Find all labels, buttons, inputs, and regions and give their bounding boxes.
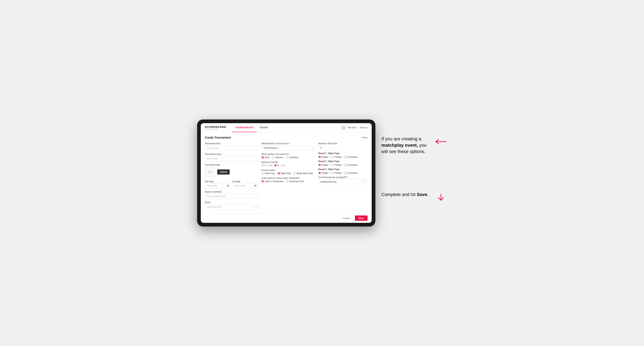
division-select-wrap: NCAA Division I NCAA Division II NCAA Di… — [262, 146, 315, 151]
individuals-only-radio[interactable] — [286, 180, 288, 182]
bottom-bar: Cancel Save — [201, 213, 372, 223]
save-button[interactable]: Save — [355, 215, 368, 221]
avatar — [341, 125, 346, 130]
round1-singles[interactable]: Singles — [318, 156, 328, 158]
round3-foursomes-radio[interactable] — [344, 172, 346, 174]
sponsor-label: Sponsor (optional) — [205, 191, 258, 193]
rounds-group: Number of rounds 1 2 — [262, 161, 315, 167]
main-content: Create Tournament ← Back Tournament Host… — [201, 132, 372, 213]
round1-match-type: Round 1 - Match Type Singles Fourball — [318, 152, 368, 158]
user-name: Test User — [348, 127, 356, 129]
medal-match-play-radio[interactable] — [294, 172, 296, 174]
upload-button[interactable]: Upload — [217, 170, 230, 174]
teams-individuals[interactable]: Teams (+Individuals) — [262, 180, 284, 182]
tournament-host-input[interactable] — [205, 146, 258, 151]
round2-label: Round 2 - Match Type — [318, 160, 368, 163]
round1-fourball-radio[interactable] — [331, 156, 333, 158]
gender-mens[interactable]: Mens — [262, 156, 270, 159]
tablet-frame: SCOREBOARD Powered by clippit TOURNAMENT… — [197, 120, 376, 226]
rounds-radio-group: 1 2 3 — [262, 164, 315, 167]
round2-singles-radio[interactable] — [318, 164, 321, 166]
arrow-down-icon — [435, 193, 447, 201]
round1-fourball[interactable]: Fourball — [331, 156, 341, 158]
round3-fourball-radio[interactable] — [331, 172, 333, 174]
api-value: Leaderboard King — [320, 181, 337, 183]
nav-tab-teams[interactable]: TEAMS — [256, 123, 271, 132]
round3-singles[interactable]: Singles — [318, 172, 328, 174]
round1-label: Round 1 - Match Type — [318, 152, 368, 155]
nav-divider: | — [358, 127, 358, 129]
gender-combined-radio[interactable] — [286, 156, 288, 159]
teams-label: Is this event for Teams and/or Individua… — [262, 177, 315, 179]
annotation-matchplay: If you are creating a matchplay event, y… — [382, 136, 447, 155]
division-group: Which division is the event for? NCAA Di… — [262, 142, 315, 151]
logo-upload-area: Upload — [205, 167, 258, 177]
cancel-button[interactable]: Cancel — [340, 215, 353, 221]
round-1[interactable]: 1 — [262, 164, 266, 167]
venue-label: Venue — [205, 201, 258, 204]
api-group: Use third-party live scoring API? Leader… — [318, 176, 368, 184]
division-select[interactable]: NCAA Division I NCAA Division II NCAA Di… — [262, 146, 315, 151]
annotation-matchplay-text: If you are creating a matchplay event, y… — [382, 136, 426, 154]
venue-chevron-icon: ▾ — [256, 206, 256, 208]
round2-fourball[interactable]: Fourball — [331, 164, 341, 166]
left-column: Tournament Host Tournament name Tourname… — [205, 142, 258, 209]
venue-input[interactable] — [205, 204, 258, 209]
stroke-play[interactable]: Stroke Play — [262, 172, 275, 174]
round2-foursomes[interactable]: Foursomes — [344, 164, 357, 166]
dates-group: Start date 📅 End date — [205, 179, 258, 188]
gender-combined[interactable]: Combined — [286, 156, 298, 159]
round-3-radio[interactable] — [274, 164, 277, 167]
gender-mens-radio[interactable] — [262, 156, 264, 159]
tournament-name-group: Tournament name — [205, 153, 258, 161]
round-1-radio[interactable] — [262, 164, 264, 167]
api-select-wrap[interactable]: Leaderboard King × ▾ — [318, 179, 368, 184]
round-2[interactable]: 2 — [268, 164, 272, 167]
logo-placeholder — [205, 167, 215, 177]
gender-womens-radio[interactable] — [272, 156, 274, 159]
tournament-host-group: Tournament Host — [205, 142, 258, 151]
round3-label: Round 3 - Match Type — [318, 168, 368, 171]
teams-individuals-radio[interactable] — [262, 180, 264, 182]
tournament-host-label: Tournament Host — [205, 142, 258, 145]
round1-radio-group: Singles Fourball Foursomes — [318, 156, 368, 158]
medal-match-play[interactable]: Medal Match Play — [294, 172, 313, 174]
stroke-play-radio[interactable] — [262, 172, 264, 174]
scoring-radio-group: Stroke Play Match Play Medal Match Play — [262, 172, 315, 174]
nav-tab-tournaments[interactable]: TOURNAMENTS — [232, 123, 256, 132]
scoring-group: Scoring system Stroke Play Match Play — [262, 169, 315, 174]
round-4-radio[interactable] — [281, 164, 283, 167]
sponsor-input[interactable] — [205, 194, 258, 199]
round3-foursomes[interactable]: Foursomes — [344, 172, 357, 174]
logo-sub: Powered by clippit — [205, 129, 226, 130]
match-play[interactable]: Match Play — [278, 172, 291, 174]
round2-fourball-radio[interactable] — [331, 164, 333, 166]
back-button[interactable]: ← Back — [360, 136, 368, 139]
round1-singles-radio[interactable] — [318, 156, 321, 158]
annotation-save: Complete and hit Save. — [382, 191, 447, 201]
round2-foursomes-radio[interactable] — [344, 164, 346, 166]
round1-foursomes-radio[interactable] — [344, 156, 346, 158]
max-team-size-input[interactable] — [318, 146, 331, 150]
middle-column: Which division is the event for? NCAA Di… — [262, 142, 315, 182]
tournament-name-label: Tournament name — [205, 153, 258, 155]
max-team-size-label: Maximum Team Size — [318, 142, 368, 145]
round1-foursomes[interactable]: Foursomes — [344, 156, 357, 158]
round3-match-type: Round 3 - Match Type Singles Fourball — [318, 168, 368, 174]
round-3[interactable]: 3 — [274, 164, 279, 167]
round3-singles-radio[interactable] — [318, 172, 321, 174]
sign-out-link[interactable]: Sign out — [360, 127, 368, 129]
api-chevron-icon: ▾ — [365, 181, 366, 183]
api-clear-icon[interactable]: × — [362, 180, 364, 183]
match-play-radio[interactable] — [278, 172, 280, 174]
individuals-only[interactable]: Individuals Only — [286, 180, 304, 182]
sponsor-group: Sponsor (optional) — [205, 191, 258, 199]
gender-womens[interactable]: Womens — [272, 156, 284, 159]
round2-singles[interactable]: Singles — [318, 164, 328, 166]
right-column: Maximum Team Size Round 1 - Match Type S… — [318, 142, 368, 184]
round3-fourball[interactable]: Fourball — [331, 172, 341, 174]
round-4[interactable]: 4 — [281, 164, 285, 167]
api-tag: Leaderboard King — [320, 181, 337, 183]
round-2-radio[interactable] — [268, 164, 270, 167]
tournament-name-input[interactable] — [205, 156, 258, 161]
